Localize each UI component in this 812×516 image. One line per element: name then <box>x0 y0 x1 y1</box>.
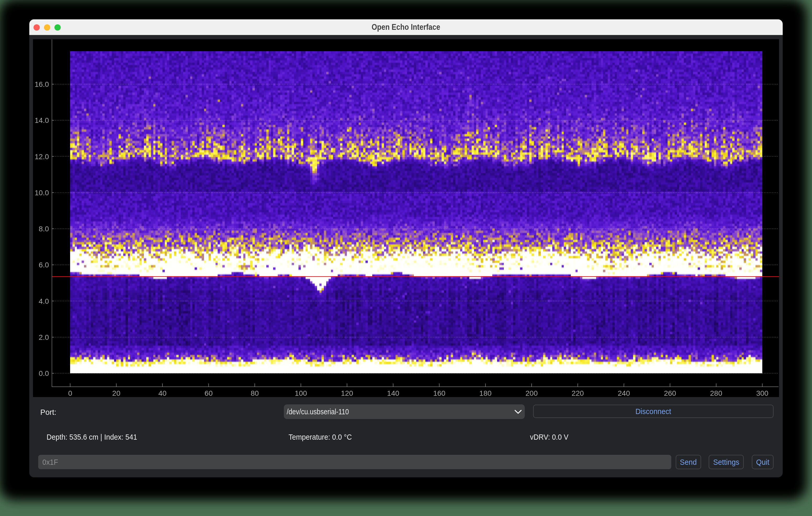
svg-text:80: 80 <box>251 389 259 397</box>
svg-text:300: 300 <box>756 389 768 397</box>
svg-text:0: 0 <box>68 389 72 397</box>
svg-text:6.0: 6.0 <box>39 261 49 269</box>
svg-text:180: 180 <box>479 389 492 397</box>
svg-text:60: 60 <box>205 389 213 397</box>
svg-text:2.0: 2.0 <box>39 333 49 341</box>
svg-text:10.0: 10.0 <box>35 189 49 197</box>
svg-text:260: 260 <box>664 389 676 397</box>
svg-text:240: 240 <box>618 389 630 397</box>
svg-text:100: 100 <box>295 389 307 397</box>
svg-text:0.0: 0.0 <box>39 369 49 377</box>
svg-text:16.0: 16.0 <box>35 80 49 88</box>
svg-text:40: 40 <box>158 389 166 397</box>
svg-text:20: 20 <box>112 389 120 397</box>
svg-text:8.0: 8.0 <box>39 225 49 233</box>
svg-text:200: 200 <box>526 389 538 397</box>
svg-text:160: 160 <box>433 389 445 397</box>
svg-text:220: 220 <box>572 389 584 397</box>
svg-text:280: 280 <box>710 389 722 397</box>
svg-text:4.0: 4.0 <box>39 297 49 305</box>
svg-text:12.0: 12.0 <box>35 153 49 161</box>
svg-text:14.0: 14.0 <box>35 116 49 124</box>
svg-text:120: 120 <box>341 389 353 397</box>
svg-text:140: 140 <box>387 389 400 397</box>
